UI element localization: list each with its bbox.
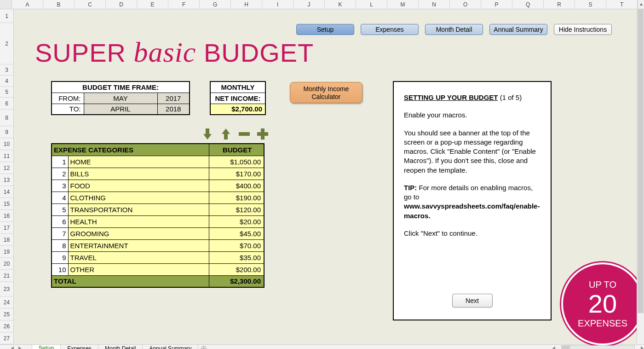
instructions-p1: Enable your macros. xyxy=(404,111,540,120)
annual-summary-nav-button[interactable]: Annual Summary xyxy=(489,24,547,35)
expense-amount-cell[interactable]: $400.00 xyxy=(209,180,264,192)
add-row-icon[interactable] xyxy=(257,128,269,140)
expense-category-cell[interactable]: TRAVEL xyxy=(68,251,209,263)
expense-amount-cell[interactable]: $35.00 xyxy=(209,251,264,263)
row-header-10[interactable]: 10 xyxy=(0,138,13,150)
remove-row-icon[interactable] xyxy=(238,128,250,140)
expense-amount-cell[interactable]: $190.00 xyxy=(209,192,264,204)
horizontal-scrollbar[interactable] xyxy=(552,345,644,349)
row-header-15[interactable]: 15 xyxy=(0,198,13,210)
column-header-A[interactable]: A xyxy=(12,0,43,9)
row-header-11[interactable]: 11 xyxy=(0,150,13,162)
sheet-tab-expenses[interactable]: Expenses xyxy=(61,345,98,349)
expense-category-cell[interactable]: HEALTH xyxy=(68,215,209,227)
column-header-F[interactable]: F xyxy=(168,0,200,9)
column-header-D[interactable]: D xyxy=(106,0,137,9)
column-header-Q[interactable]: Q xyxy=(512,0,544,9)
row-header-18[interactable]: 18 xyxy=(0,234,13,246)
sheet-tab-annual-summary[interactable]: Annual Summary xyxy=(143,345,198,349)
month-detail-nav-button[interactable]: Month Detail xyxy=(425,24,483,35)
row-header-2[interactable]: 2 xyxy=(0,23,13,64)
column-header-P[interactable]: P xyxy=(481,0,512,9)
column-header-G[interactable]: G xyxy=(200,0,231,9)
expense-category-cell[interactable]: HOME xyxy=(68,156,209,168)
sheet-tab-month-detail[interactable]: Month Detail xyxy=(98,345,143,349)
expense-amount-cell[interactable]: $45.00 xyxy=(209,227,264,239)
column-header-R[interactable]: R xyxy=(544,0,575,9)
monthly-income-calculator-button[interactable]: Monthly IncomeCalculator xyxy=(290,82,362,103)
expense-category-cell[interactable]: BILLS xyxy=(68,168,209,180)
column-header-L[interactable]: L xyxy=(356,0,387,9)
scroll-up-arrow[interactable] xyxy=(638,0,644,9)
row-header-12[interactable]: 12 xyxy=(0,162,13,174)
row-header-21[interactable]: 21 xyxy=(0,270,13,282)
row-header-4[interactable]: 4 xyxy=(0,76,13,87)
column-header-C[interactable]: C xyxy=(75,0,106,9)
expense-category-cell[interactable]: CLOTHING xyxy=(68,192,209,204)
expense-amount-cell[interactable]: $1,050.00 xyxy=(209,156,264,168)
to-year-cell[interactable]: 2018 xyxy=(157,104,190,115)
expense-category-cell[interactable]: GROOMING xyxy=(68,227,209,239)
hide-instructions-button[interactable]: Hide Instructions xyxy=(554,24,612,35)
column-header-K[interactable]: K xyxy=(325,0,356,9)
row-header-19[interactable]: 19 xyxy=(0,246,13,258)
row-header-9[interactable]: 9 xyxy=(0,126,13,138)
row-header-27[interactable]: 27 xyxy=(0,332,13,344)
from-month-cell[interactable]: MAY xyxy=(84,93,157,104)
sheet-tab-setup[interactable]: Setup xyxy=(32,345,61,349)
net-income-amount[interactable]: $2,700.00 xyxy=(210,104,265,115)
tab-next-icon[interactable] xyxy=(18,346,22,349)
move-up-icon[interactable] xyxy=(220,128,232,140)
next-button[interactable]: Next xyxy=(452,294,493,308)
expenses-nav-button[interactable]: Expenses xyxy=(361,24,419,35)
expense-categories-header: EXPENSE CATEGORIES xyxy=(52,144,209,156)
select-all-corner[interactable] xyxy=(0,0,12,9)
expense-category-cell[interactable]: FOOD xyxy=(68,180,209,192)
column-header-M[interactable]: M xyxy=(387,0,419,9)
column-header-B[interactable]: B xyxy=(43,0,75,9)
to-month-cell[interactable]: APRIL xyxy=(84,104,157,115)
column-header-N[interactable]: N xyxy=(419,0,450,9)
row-header-23[interactable]: 23 xyxy=(0,282,13,297)
expense-category-cell[interactable]: OTHER xyxy=(68,263,209,275)
row-header-5[interactable]: 5 xyxy=(0,87,13,98)
expense-amount-cell[interactable]: $170.00 xyxy=(209,168,264,180)
instructions-p4: Click "Next" to continue. xyxy=(404,229,540,238)
monthly-label: MONTHLY xyxy=(210,81,265,93)
expense-amount-cell[interactable]: $20.00 xyxy=(209,215,264,227)
column-header-I[interactable]: I xyxy=(262,0,293,9)
row-header-20[interactable]: 20 xyxy=(0,258,13,270)
setup-nav-button[interactable]: Setup xyxy=(296,24,354,35)
column-header-J[interactable]: J xyxy=(293,0,325,9)
row-header-14[interactable]: 14 xyxy=(0,186,13,198)
worksheet-area[interactable]: Setup Expenses Month Detail Annual Summa… xyxy=(14,9,637,344)
expense-category-cell[interactable]: TRANSPORTATION xyxy=(68,204,209,215)
move-down-icon[interactable] xyxy=(201,128,213,140)
column-header-H[interactable]: H xyxy=(231,0,262,9)
row-header-6[interactable]: 6 xyxy=(0,98,13,110)
tab-prev-icon[interactable] xyxy=(11,346,14,349)
add-sheet-button[interactable] xyxy=(198,345,209,349)
from-year-cell[interactable]: 2017 xyxy=(157,93,190,104)
row-header-17[interactable]: 17 xyxy=(0,222,13,234)
row-header-1[interactable]: 1 xyxy=(0,9,13,23)
row-header-8[interactable]: 8 xyxy=(0,110,13,126)
svg-rect-0 xyxy=(239,132,250,136)
column-header-O[interactable]: O xyxy=(450,0,481,9)
expense-amount-cell[interactable]: $200.00 xyxy=(209,263,264,275)
column-header-S[interactable]: S xyxy=(575,0,606,9)
row-header-24[interactable]: 24 xyxy=(0,297,13,308)
column-header-E[interactable]: E xyxy=(137,0,168,9)
row-header-3[interactable]: 3 xyxy=(0,64,13,76)
expense-category-cell[interactable]: ENTERTAINMENT xyxy=(68,239,209,251)
vertical-scrollbar[interactable] xyxy=(637,9,644,344)
expense-amount-cell[interactable]: $120.00 xyxy=(209,204,264,215)
row-header-26[interactable]: 26 xyxy=(0,320,13,332)
expense-row: 5TRANSPORTATION$120.00 xyxy=(52,204,264,215)
row-header-25[interactable]: 25 xyxy=(0,308,13,320)
column-header-T[interactable]: T xyxy=(606,0,638,9)
expense-amount-cell[interactable]: $70.00 xyxy=(209,239,264,251)
row-header-13[interactable]: 13 xyxy=(0,174,13,186)
instructions-panel: SETTING UP YOUR BUDGET (1 of 5) Enable y… xyxy=(393,81,552,320)
row-header-16[interactable]: 16 xyxy=(0,210,13,222)
